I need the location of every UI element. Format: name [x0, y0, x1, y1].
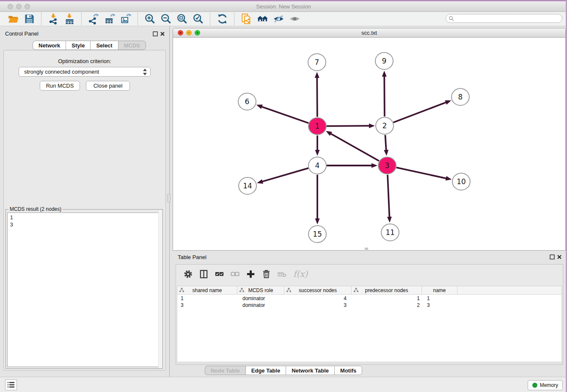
window-titlebar: Session: New Session	[0, 1, 567, 12]
graph-node-label: 11	[385, 228, 395, 237]
table-panel: f(x) shared nameMCDS rolesuccessor nodes…	[176, 264, 563, 365]
zoom-selected-button[interactable]	[190, 13, 206, 25]
column-header-predecessor-nodes[interactable]: predecessor nodes	[352, 286, 422, 295]
network-minimize-button[interactable]: −	[186, 30, 192, 36]
column-header-label: successor nodes	[299, 287, 337, 293]
tab-node-table[interactable]: Node Table	[205, 366, 245, 375]
toolbar-separator	[138, 13, 138, 25]
graph-edge-3-1[interactable]	[330, 133, 379, 161]
memory-button[interactable]: Memory	[528, 380, 563, 390]
import-network-button[interactable]	[45, 13, 61, 25]
tab-network[interactable]: Network	[33, 41, 66, 50]
network-resize-handle[interactable]	[365, 248, 368, 250]
search-input[interactable]	[456, 16, 553, 22]
show-all-button[interactable]	[286, 13, 303, 25]
table-row[interactable]: 3dominator323	[177, 302, 561, 309]
close-table-panel-icon[interactable]	[557, 254, 562, 259]
graph-edge-1-6[interactable]	[261, 106, 308, 123]
table-cell[interactable]: 3	[177, 302, 237, 309]
table-cell[interactable]: 1	[352, 295, 422, 302]
tab-mcds[interactable]: MCDS	[118, 41, 146, 50]
tab-style[interactable]: Style	[66, 41, 90, 50]
column-header-name[interactable]: name	[422, 286, 457, 295]
table-scrollbar[interactable]	[176, 362, 563, 364]
graph-edge-1-2[interactable]	[327, 126, 370, 126]
export-table-button[interactable]	[102, 13, 118, 25]
run-mcds-button[interactable]: Run MCDS	[40, 81, 80, 91]
export-network-button[interactable]	[85, 13, 102, 25]
tab-network-table[interactable]: Network Table	[286, 366, 334, 375]
toolbar-separator	[234, 13, 234, 25]
delete-table-button[interactable]	[274, 268, 290, 280]
close-window-button[interactable]	[8, 4, 13, 9]
export-image-button[interactable]	[118, 13, 134, 25]
table-cell[interactable]: 1	[177, 295, 237, 302]
float-panel-icon[interactable]	[153, 31, 158, 36]
zoom-in-button[interactable]	[142, 13, 158, 25]
table-cell[interactable]: 4	[284, 295, 352, 302]
hide-selected-button[interactable]	[270, 13, 286, 25]
panel-divider-handle[interactable]	[167, 194, 171, 202]
toolbar-separator	[210, 13, 210, 25]
graph-edge-1-7[interactable]	[317, 77, 317, 117]
zoom-out-button[interactable]	[158, 13, 174, 25]
select-all-rows-button[interactable]	[212, 268, 227, 280]
window-top-border	[0, 0, 567, 1]
edge-arrowhead	[382, 71, 387, 77]
network-graph-canvas[interactable]: 1234678910111415	[173, 38, 565, 251]
graph-edge-2-8[interactable]	[394, 102, 447, 122]
result-scrollbar[interactable]	[158, 210, 162, 368]
import-table-button[interactable]	[61, 13, 77, 25]
network-maximize-button[interactable]: +	[195, 30, 200, 36]
column-browser-button[interactable]	[196, 268, 212, 280]
tab-edge-table[interactable]: Edge Table	[245, 366, 286, 375]
table-cell[interactable]: 1	[422, 295, 457, 302]
control-panel-title: Control Panel	[5, 30, 39, 37]
node-table[interactable]: shared nameMCDS rolesuccessor nodesprede…	[177, 286, 562, 362]
edge-arrowhead	[257, 179, 263, 184]
network-close-button[interactable]: ✕	[178, 30, 183, 36]
search-box[interactable]	[446, 14, 562, 23]
network-window-titlebar[interactable]: ✕ − + scc.txt	[173, 28, 565, 38]
table-row[interactable]: 1dominator411	[177, 295, 561, 302]
export-network-icon	[88, 13, 99, 25]
delete-column-button[interactable]	[259, 268, 274, 280]
table-cell[interactable]: dominator	[237, 302, 284, 309]
optimization-dropdown[interactable]: strongly connected component	[19, 67, 151, 77]
maximize-window-button[interactable]	[25, 4, 30, 9]
graph-edge-2-9[interactable]	[384, 75, 385, 116]
refresh-layout-button[interactable]	[214, 13, 230, 25]
close-panel-button[interactable]: Close panel	[86, 81, 130, 91]
table-cell[interactable]: 3	[284, 302, 352, 309]
task-history-button[interactable]	[5, 379, 17, 390]
zoom-fit-button[interactable]	[174, 13, 190, 25]
column-header-successor-nodes[interactable]: successor nodes	[284, 286, 352, 295]
open-session-button[interactable]	[5, 13, 21, 25]
table-cell[interactable]: 2	[352, 302, 422, 309]
column-header-shared-name[interactable]: shared name	[177, 286, 237, 295]
graph-edge-3-11[interactable]	[388, 175, 390, 218]
graph-edge-4-14[interactable]	[261, 168, 308, 182]
mcds-result-text[interactable]: 1 3	[7, 213, 161, 367]
tab-select[interactable]: Select	[90, 41, 118, 50]
duplicate-network-button[interactable]	[238, 13, 254, 25]
graph-node-label: 6	[245, 97, 250, 106]
window-title: Session: New Session	[0, 1, 567, 12]
column-header-MCDS-role[interactable]: MCDS role	[237, 286, 284, 295]
apply-function-button[interactable]: f(x)	[293, 269, 308, 279]
dropdown-stepper-icon	[143, 68, 147, 76]
table-cell[interactable]: 3	[422, 302, 457, 309]
deselect-all-rows-button[interactable]	[227, 268, 243, 280]
minimize-window-button[interactable]	[16, 4, 22, 9]
graph-edge-3-10[interactable]	[396, 168, 447, 179]
table-settings-button[interactable]	[180, 268, 196, 280]
save-session-button[interactable]	[21, 13, 37, 25]
edge-arrowhead	[387, 217, 392, 223]
float-table-panel-icon[interactable]	[550, 254, 555, 259]
first-neighbors-button[interactable]	[254, 13, 270, 25]
tab-motifs[interactable]: Motifs	[334, 366, 362, 375]
table-cell[interactable]: dominator	[237, 295, 284, 302]
add-column-button[interactable]	[243, 268, 259, 280]
graph-edge-2-3[interactable]	[385, 135, 386, 151]
close-panel-icon[interactable]	[160, 31, 165, 36]
